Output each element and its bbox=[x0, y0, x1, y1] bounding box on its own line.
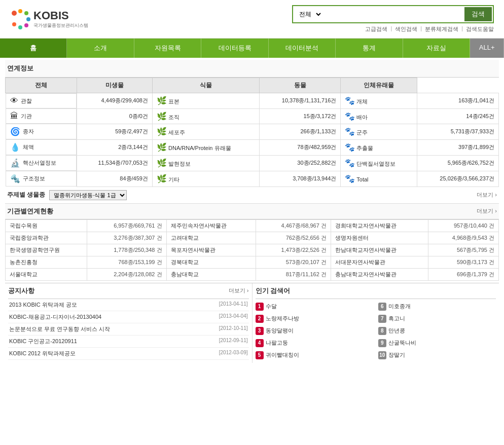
rank-badge: 5 bbox=[256, 351, 264, 359]
popular-item[interactable]: 10장딸기 bbox=[378, 350, 496, 361]
institution-title: 기관별연계현황 bbox=[7, 207, 53, 216]
inst-cell: 1,778종/250,348 건 bbox=[87, 244, 166, 256]
svg-point-1 bbox=[18, 9, 22, 13]
inst-cell[interactable]: 충남대학교자연사박물관 bbox=[331, 268, 428, 280]
popular-item[interactable]: 9산굴뚝나비 bbox=[378, 338, 496, 349]
col-header-microbe: 미생물 bbox=[77, 78, 153, 93]
nav-item-library[interactable]: 자료실 bbox=[403, 39, 470, 58]
popular-term: 흑고니 bbox=[388, 315, 405, 322]
institution-more[interactable]: 더보기 › bbox=[477, 207, 497, 215]
inst-cell[interactable]: 서대문자연사박물관 bbox=[331, 256, 428, 268]
notice-date: [2012-10-11] bbox=[219, 325, 248, 333]
cell-total-1: 0종/0건 bbox=[77, 108, 153, 124]
cell-label-4: 🔬 핵산서열정보 bbox=[6, 155, 77, 171]
notice-item[interactable]: 논문분석으로 무료 연구동향 서비스 시작[2012-10-11] bbox=[8, 323, 249, 336]
popular-item[interactable]: 2노랑제주나방 bbox=[256, 313, 373, 324]
subject-species-row: 주제별 생물종 멸종위기마생동·식물 1급 더보기 › bbox=[5, 187, 499, 204]
popular-item[interactable]: 7흑고니 bbox=[378, 313, 496, 324]
inst-cell[interactable]: 한남대학교자연사박물관 bbox=[331, 244, 428, 256]
rank-badge: 10 bbox=[378, 351, 386, 359]
search-button[interactable]: 검색 bbox=[464, 7, 492, 21]
nav-item-home[interactable]: 홈 bbox=[0, 39, 67, 58]
popular-item[interactable]: 8만년콩 bbox=[378, 325, 496, 337]
notice-more[interactable]: 더보기 › bbox=[229, 287, 249, 294]
notice-date: [2012-09-11] bbox=[219, 338, 248, 345]
popular-item[interactable]: 3동양달팽이 bbox=[256, 325, 373, 337]
search-category-select[interactable]: 전체 bbox=[294, 7, 322, 21]
nav-item-intro[interactable]: 소개 bbox=[67, 39, 134, 58]
rank-badge: 3 bbox=[256, 327, 264, 335]
logo-icon bbox=[10, 9, 30, 29]
inst-cell[interactable]: 경북대학교 bbox=[166, 256, 256, 268]
rank-badge: 1 bbox=[256, 303, 264, 311]
nav-item-resource[interactable]: 자원목록 bbox=[134, 39, 201, 58]
inst-cell: 4,467종/68,967 건 bbox=[256, 219, 331, 232]
inst-table-row: 서울대학교2,204종/128,082 건충남대학교817종/11,162 건충… bbox=[6, 268, 499, 280]
popular-term: 동양달팽이 bbox=[266, 327, 294, 335]
cell-label-5: 🔩 구조정보 bbox=[6, 171, 77, 187]
linked-info-row: 🔩 구조정보 84종/459건 🌿 기타 3,708종/13,944건 🐾 To… bbox=[6, 171, 499, 187]
advanced-search-link[interactable]: 고급검색 bbox=[365, 25, 387, 33]
cell-total-5: 84종/459건 bbox=[77, 171, 153, 187]
cell-total-2: 59종/2,497건 bbox=[77, 124, 153, 139]
inst-cell[interactable]: 서울대학교 bbox=[6, 268, 87, 280]
col-header-plant: 식물 bbox=[152, 78, 259, 93]
popular-panel: 인기 검색어 1수달6미호종개2노랑제주나방7흑고니3동양달팽이8만년콩4나팔고… bbox=[253, 283, 499, 363]
inst-cell: 6,957종/669,761 건 bbox=[87, 219, 166, 232]
inst-cell[interactable]: 한국생명공학연구원 bbox=[6, 244, 87, 256]
index-search-link[interactable]: 색인검색 bbox=[395, 25, 417, 33]
notice-item[interactable]: 2013 KOBIC 위탁과제 공모[2013-04-11] bbox=[8, 299, 249, 311]
popular-term: 수달 bbox=[266, 303, 277, 310]
notice-date: [2013-04-04] bbox=[219, 313, 248, 321]
popular-term: 나팔고둥 bbox=[266, 339, 288, 347]
col-header-total: 전체 bbox=[6, 78, 77, 93]
search-help-link[interactable]: 검색도움말 bbox=[466, 25, 494, 33]
subject-species-select[interactable]: 멸종위기마생동·식물 1급 bbox=[49, 190, 127, 200]
inst-cell[interactable]: 국립수목원 bbox=[6, 219, 87, 232]
logo-sub-label: 국가생물종정보관리시스템 bbox=[33, 22, 88, 29]
nav-item-all[interactable]: ALL+ bbox=[470, 39, 504, 58]
subject-species-more[interactable]: 더보기 › bbox=[477, 191, 497, 199]
popular-term: 만년콩 bbox=[388, 327, 405, 335]
header: KOBIS 국가생물종정보관리시스템 전체 검색 고급검색 | 색인검색 | 분… bbox=[0, 0, 504, 39]
popular-item[interactable]: 6미호종개 bbox=[378, 301, 496, 312]
cell-total-0: 4,449종/299,408건 bbox=[77, 93, 153, 109]
taxonomy-search-link[interactable]: 분류체계검색 bbox=[425, 25, 458, 33]
institution-table: 국립수목원6,957종/669,761 건제주민속자연사박물관4,467종/68… bbox=[5, 219, 499, 281]
rank-badge: 6 bbox=[378, 303, 386, 311]
notice-item[interactable]: KOBIC 2012 위탁과제공모[2012-03-09] bbox=[8, 348, 249, 360]
cell-total-4: 11,534종/707,053건 bbox=[77, 155, 153, 171]
col-header-animal: 동물 bbox=[259, 78, 341, 93]
inst-cell[interactable]: 고려대학교 bbox=[166, 232, 256, 244]
inst-table-row: 국립중앙과학관3,276종/387,307 건고려대학교762종/52,656 … bbox=[6, 232, 499, 244]
popular-term: 산굴뚝나비 bbox=[388, 339, 416, 347]
popular-item[interactable]: 1수달 bbox=[256, 301, 373, 312]
cell-total-3: 2종/3,144건 bbox=[77, 139, 153, 155]
notice-item[interactable]: KOBIC 구인공고-20120911[2012-09-11] bbox=[8, 336, 249, 348]
inst-cell[interactable]: 국립중앙과학관 bbox=[6, 232, 87, 244]
inst-cell[interactable]: 제주민속자연사박물관 bbox=[166, 219, 256, 232]
inst-cell[interactable]: 농촌진흥청 bbox=[6, 256, 87, 268]
inst-cell[interactable]: 충남대학교 bbox=[166, 268, 256, 280]
inst-cell[interactable]: 생명자원센터 bbox=[331, 232, 428, 244]
cell-label-0: 👁 관찰 bbox=[6, 93, 77, 108]
nav-item-data-analysis[interactable]: 데이터분석 bbox=[269, 39, 336, 58]
popular-item[interactable]: 5귀이빨대칭이 bbox=[256, 350, 373, 361]
nav-item-data-reg[interactable]: 데이터등록 bbox=[201, 39, 268, 58]
notice-panel-header: 공지사항 더보기 › bbox=[8, 283, 249, 299]
inst-cell: 3,276종/387,307 건 bbox=[87, 232, 166, 244]
subject-species-title: 주제별 생물종 bbox=[7, 191, 45, 199]
search-input[interactable] bbox=[322, 7, 464, 21]
inst-cell[interactable]: 경희대학교자연사박물관 bbox=[331, 219, 428, 232]
popular-item[interactable]: 4나팔고둥 bbox=[256, 338, 373, 349]
notice-text: KOBIC-채용공고-디자이너-20130404 bbox=[9, 313, 101, 321]
notice-text: KOBIC 구인공고-20120911 bbox=[9, 338, 77, 345]
inst-cell[interactable]: 목포자연사박물관 bbox=[166, 244, 256, 256]
nav-item-stats[interactable]: 통계 bbox=[336, 39, 403, 58]
inst-cell: 4,968종/9,543 건 bbox=[428, 232, 498, 244]
notice-text: 논문분석으로 무료 연구동향 서비스 시작 bbox=[9, 325, 110, 333]
main-content: 연계정보 전체 미생물 식물 동물 인체유래물 👁 관찰 4,449종/299,… bbox=[0, 60, 504, 363]
inst-table-row: 농촌진흥청768종/153,199 건경북대학교573종/20,107 건서대문… bbox=[6, 256, 499, 268]
popular-term: 귀이빨대칭이 bbox=[266, 351, 299, 359]
notice-item[interactable]: KOBIC-채용공고-디자이너-20130404[2013-04-04] bbox=[8, 311, 249, 323]
